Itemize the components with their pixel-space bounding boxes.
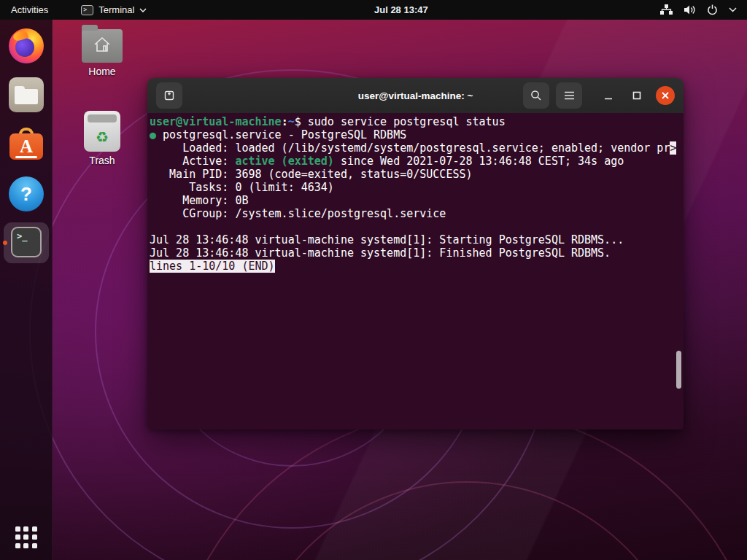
app-menu-label: Terminal bbox=[98, 4, 134, 15]
terminal-output[interactable]: user@virtual-machine:~$ sudo service pos… bbox=[147, 113, 684, 429]
network-wired-icon bbox=[660, 4, 673, 15]
terminal-line: Main PID: 3698 (code=exited, status=0/SU… bbox=[150, 168, 684, 181]
maximize-button[interactable] bbox=[627, 86, 646, 105]
new-tab-icon bbox=[163, 89, 176, 102]
volume-icon bbox=[684, 4, 696, 15]
dock-item-ubuntu-software[interactable]: A bbox=[9, 126, 44, 161]
titlebar-controls bbox=[523, 82, 675, 109]
close-button[interactable] bbox=[656, 86, 675, 105]
terminal-line: ● postgresql.service - PostgreSQL RDBMS bbox=[150, 128, 684, 141]
maximize-icon bbox=[632, 91, 641, 100]
terminal-line: Memory: 0B bbox=[150, 194, 684, 207]
clock-text: Jul 28 13:47 bbox=[374, 4, 428, 15]
house-icon bbox=[93, 36, 112, 55]
activities-button[interactable]: Activities bbox=[0, 0, 59, 20]
app-menu-terminal[interactable]: > Terminal bbox=[75, 0, 152, 20]
new-tab-button[interactable] bbox=[156, 82, 182, 109]
running-indicator-dot bbox=[3, 241, 7, 245]
terminal-line: lines 1-10/10 (END) bbox=[150, 260, 684, 273]
trash-lid bbox=[88, 114, 117, 122]
close-icon bbox=[661, 91, 670, 100]
home-label: Home bbox=[70, 66, 134, 77]
terminal-line: Tasks: 0 (limit: 4634) bbox=[150, 181, 684, 194]
scrollbar-thumb[interactable] bbox=[676, 351, 681, 389]
clock[interactable]: Jul 28 13:47 bbox=[374, 0, 428, 20]
desktop: Activities > Terminal Jul 28 13:47 bbox=[0, 0, 747, 560]
search-button[interactable] bbox=[523, 82, 549, 109]
dock-item-help[interactable]: ? bbox=[9, 176, 44, 211]
terminal-line: Jul 28 13:46:48 virtual-machine systemd[… bbox=[150, 233, 684, 246]
ubuntu-software-icon: A bbox=[9, 126, 44, 161]
activities-label: Activities bbox=[11, 4, 48, 15]
terminal-window: user@virtual-machine: ~ bbox=[147, 78, 684, 429]
desktop-icon-home[interactable]: Home bbox=[70, 23, 134, 77]
dock-item-firefox[interactable] bbox=[9, 28, 44, 63]
window-titlebar[interactable]: user@virtual-machine: ~ bbox=[147, 78, 684, 113]
minimize-icon bbox=[604, 91, 613, 100]
show-applications-button[interactable] bbox=[15, 526, 37, 548]
dock: A ? >_ bbox=[0, 20, 53, 560]
dock-item-files[interactable] bbox=[9, 77, 44, 112]
terminal-line: Active: active (exited) since Wed 2021-0… bbox=[150, 155, 684, 168]
terminal-line: Jul 28 13:46:48 virtual-machine systemd[… bbox=[150, 246, 684, 260]
chevron-down-icon bbox=[139, 8, 147, 12]
terminal-line bbox=[150, 220, 684, 233]
trash-label: Trash bbox=[70, 155, 134, 166]
firefox-icon bbox=[9, 28, 44, 63]
folder-tab bbox=[82, 25, 98, 31]
terminal-app-icon: > bbox=[81, 5, 93, 15]
wallpaper-ring bbox=[168, 408, 747, 560]
recycle-icon: ♻ bbox=[84, 128, 120, 146]
minimize-button[interactable] bbox=[599, 86, 618, 105]
help-icon: ? bbox=[9, 176, 44, 211]
terminal-line: Loaded: loaded (/lib/systemd/system/post… bbox=[150, 141, 684, 155]
search-icon bbox=[530, 90, 542, 101]
trash-icon: ♻ bbox=[84, 111, 120, 152]
easel-foot bbox=[15, 156, 37, 158]
terminal-icon: >_ bbox=[11, 227, 42, 257]
power-icon bbox=[707, 4, 718, 15]
top-bar: Activities > Terminal Jul 28 13:47 bbox=[0, 0, 747, 20]
menu-button[interactable] bbox=[556, 82, 582, 109]
software-glyph: A bbox=[20, 136, 33, 157]
wallpaper-ring bbox=[241, 481, 693, 560]
terminal-glyph: >_ bbox=[17, 231, 27, 241]
help-glyph: ? bbox=[20, 183, 32, 206]
home-folder-icon bbox=[82, 29, 123, 63]
system-tray[interactable] bbox=[660, 0, 747, 20]
desktop-icon-trash[interactable]: ♻ Trash bbox=[70, 109, 134, 166]
dock-item-terminal-active[interactable]: >_ bbox=[4, 222, 49, 263]
terminal-line: CGroup: /system.slice/postgresql.service bbox=[150, 207, 684, 220]
files-icon bbox=[9, 77, 44, 112]
terminal-line: user@virtual-machine:~$ sudo service pos… bbox=[150, 115, 684, 128]
menu-icon bbox=[564, 91, 575, 100]
chevron-down-icon bbox=[729, 7, 737, 12]
